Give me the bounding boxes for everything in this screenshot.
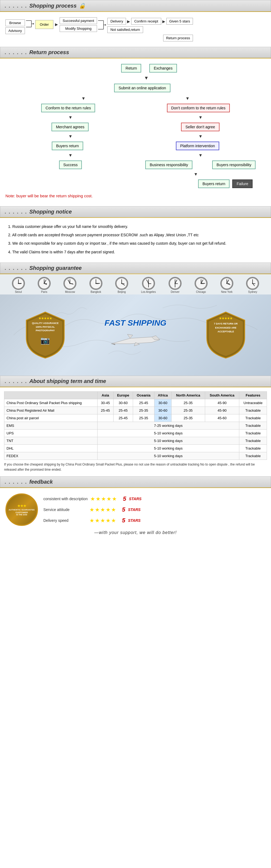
feedback-row-2: Service attitude ★★★★★ 5 STARS bbox=[43, 506, 266, 513]
platform-intervention-node: Platform intervention bbox=[176, 142, 219, 150]
shipping-table-section: Asia Europe Oceania Africa North America… bbox=[0, 387, 271, 476]
dhl-features: Trackable bbox=[239, 444, 267, 452]
merchant-agrees-node: Merchant agrees bbox=[52, 123, 89, 131]
svg-point-46 bbox=[247, 278, 258, 289]
europe-1: 30-60 bbox=[113, 399, 133, 406]
col-header-asia: Asia bbox=[98, 391, 113, 399]
seller-dont-agree-node: Seller don't agree bbox=[181, 123, 219, 131]
return-process-header: . . . . . . Return process bbox=[0, 47, 271, 58]
shipping-table: Asia Europe Oceania Africa North America… bbox=[4, 391, 267, 460]
ups-time: 5-10 working days bbox=[98, 429, 239, 437]
flow-not-satisfied: Not satisfied,return bbox=[107, 26, 143, 33]
table-row: EMS 7-25 working days Trackable bbox=[4, 422, 267, 429]
fedex-time: 5-10 working days bbox=[98, 452, 239, 460]
col-header-north-america: North America bbox=[171, 391, 205, 399]
feedback-label-1: consistent with description bbox=[43, 497, 87, 501]
africa-2: 30-60 bbox=[154, 406, 171, 414]
service-ups: UPS bbox=[4, 429, 98, 437]
svg-point-10 bbox=[13, 278, 24, 289]
feedback-row-3: Delivery speed ★★★★★ 5 STARS bbox=[43, 517, 266, 524]
arrow-to-order bbox=[26, 19, 34, 29]
shipping-note: If you choose the cheapest shipping by b… bbox=[4, 462, 267, 472]
agrees-arrows: ▼ ▼ bbox=[5, 134, 266, 139]
feedback-suffix-2: STARS bbox=[128, 507, 140, 512]
service-dhl: DHL bbox=[4, 444, 98, 452]
shopping-process-header: . . . . . . Shopping process 🔒 bbox=[0, 0, 271, 11]
quality-badge-content: ★★★★★ QUALITY ASSURANCE 100% PHYSICAL PH… bbox=[25, 311, 65, 346]
feedback-label-3: Delivery speed bbox=[43, 518, 87, 523]
features-2: Trackable bbox=[239, 406, 267, 414]
south-america-1: 45-90 bbox=[205, 399, 239, 406]
agrees-row: Merchant agrees Seller don't agree bbox=[5, 123, 266, 131]
north-america-1: 25-35 bbox=[171, 399, 205, 406]
seven-days-badge: ★★★★★ 7 DAYS RETURN OR EXCHANGED ARE ACC… bbox=[206, 311, 246, 360]
clock-face-sydney bbox=[246, 277, 259, 290]
fedex-features: Trackable bbox=[239, 452, 267, 460]
notice-item-3: 3. We do not responsible for any custom … bbox=[8, 240, 263, 247]
feedback-rating-1: 5 bbox=[123, 495, 126, 502]
seven-days-badge-content: ★★★★★ 7 DAYS RETURN OR EXCHANGED ARE ACC… bbox=[206, 311, 246, 334]
svg-marker-4 bbox=[33, 23, 34, 25]
svg-point-29 bbox=[121, 283, 122, 284]
svg-point-49 bbox=[252, 283, 253, 284]
clock-svg-sydney bbox=[247, 278, 258, 289]
arrow2: ▶ bbox=[127, 19, 130, 24]
clock-face-new-york bbox=[220, 277, 233, 290]
feedback-stars-2: ★★★★★ bbox=[89, 506, 116, 513]
quality-assurance-badge: ★★★★★ QUALITY ASSURANCE 100% PHYSICAL PH… bbox=[25, 311, 65, 360]
clock-bangkok: Bangkok bbox=[89, 277, 103, 293]
feedback-stars-1: ★★★★★ bbox=[90, 496, 117, 502]
clock-label-ny: New York bbox=[221, 290, 233, 293]
svg-marker-9 bbox=[105, 24, 106, 26]
svg-point-37 bbox=[174, 283, 175, 284]
notice-item-2: 2. All credit cards are accepted through… bbox=[8, 232, 263, 239]
africa-1: 30-60 bbox=[154, 399, 171, 406]
svg-point-13 bbox=[18, 283, 19, 284]
clock-seoul: Seoul bbox=[12, 277, 25, 293]
shopping-guarantee-content: Seoul Paris bbox=[0, 274, 271, 376]
flow-confirm-receipt: Confirm receipt bbox=[131, 18, 161, 25]
table-row: China Post Ordinary Small Packet Plus sh… bbox=[4, 399, 267, 406]
tnt-time: 5-10 working days bbox=[98, 437, 239, 444]
feedback-row-1: consistent with description ★★★★★ 5 STAR… bbox=[43, 495, 266, 502]
clock-label-moscow: Moscow bbox=[65, 290, 75, 293]
clock-label-sydney: Sydney bbox=[248, 290, 257, 293]
clock-face-bangkok bbox=[89, 277, 103, 290]
table-row: TNT 5-10 working days Trackable bbox=[4, 437, 267, 444]
success-resp-row: Success Business responsibility Buyers r… bbox=[5, 160, 266, 169]
shopping-notice-content: 1. Russia customer please offer us your … bbox=[0, 218, 271, 262]
buyers-platform-row: Buyers return Platform intervention bbox=[5, 142, 266, 150]
africa-3: 30-60 bbox=[154, 414, 171, 422]
svg-point-14 bbox=[39, 278, 50, 289]
conform-row: Conform to the return rules Don't confor… bbox=[5, 104, 266, 112]
flow-return-process: Return process bbox=[163, 35, 193, 41]
feedback-bottom-text: —with your support, we will do better! bbox=[5, 530, 266, 535]
clock-face-moscow bbox=[63, 277, 76, 290]
svg-point-26 bbox=[116, 278, 127, 289]
service-ems: EMS bbox=[4, 422, 98, 429]
service-3: China post air parcel bbox=[4, 414, 98, 422]
clock-svg-chicago bbox=[195, 278, 207, 289]
clock-face-seoul bbox=[12, 277, 25, 290]
clock-paris: Paris bbox=[38, 277, 51, 293]
flow-advisory: Advisory bbox=[5, 27, 25, 34]
business-responsibility-node: Business responsibility bbox=[145, 160, 192, 169]
flow-given-5stars: Given 5 stars bbox=[166, 18, 193, 25]
not-conform-rules-node: Don't conform to the return rules bbox=[167, 104, 230, 112]
south-america-3: 45-60 bbox=[205, 414, 239, 422]
asia-2: 25-45 bbox=[98, 406, 113, 414]
flow-successful-payment: Successful payment bbox=[60, 17, 97, 24]
clock-label-denver: Denver bbox=[171, 290, 180, 293]
service-tnt: TNT bbox=[4, 437, 98, 444]
arrow-from-payment bbox=[98, 19, 106, 32]
clock-svg-la bbox=[143, 278, 154, 289]
feedback-content: ★★★ AUTHENTIC GUARANTEE CUSTOMER IS THE … bbox=[0, 488, 271, 540]
buyers-platform-arrows: ▼ ▼ bbox=[5, 153, 266, 158]
oceania-3: 25-35 bbox=[133, 414, 154, 422]
guarantee-badges-area: ★★★★★ QUALITY ASSURANCE 100% PHYSICAL PH… bbox=[0, 294, 271, 376]
svg-point-25 bbox=[96, 283, 97, 284]
svg-point-18 bbox=[64, 278, 75, 289]
ups-features: Trackable bbox=[239, 429, 267, 437]
svg-point-17 bbox=[44, 283, 45, 284]
return-node: Return bbox=[121, 64, 141, 72]
